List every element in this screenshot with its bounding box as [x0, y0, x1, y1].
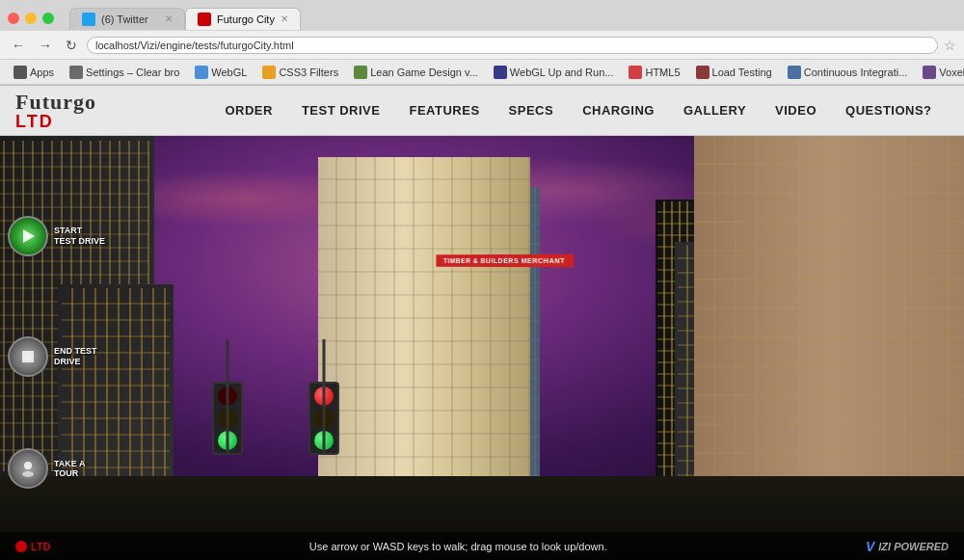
tab-futurgo-title: Futurgo City — [217, 13, 275, 25]
webgl-icon — [195, 66, 208, 79]
svg-point-3 — [22, 471, 34, 477]
bookmark-apps-label: Apps — [30, 67, 54, 78]
forward-button[interactable]: → — [35, 36, 56, 55]
building-sign: TIMBER & BUILDERS MERCHANT — [436, 254, 573, 267]
bookmark-webgl[interactable]: WebGL — [189, 65, 253, 80]
title-bar: (6) Twitter ✕ Futurgo City ✕ — [0, 0, 964, 31]
red-dot-icon — [15, 541, 27, 552]
end-label: END TEST DRIVE — [54, 346, 106, 367]
nav-gallery[interactable]: GALLERY — [670, 97, 760, 123]
traffic-pole-2 — [323, 339, 326, 455]
window-controls — [8, 13, 54, 24]
tab-futurgo[interactable]: Futurgo City ✕ — [185, 8, 301, 30]
bookmark-lean-label: Lean Game Design v... — [370, 67, 478, 78]
tour-icon — [8, 448, 48, 489]
webglup-icon — [494, 66, 507, 79]
end-test-drive-button[interactable]: END TEST DRIVE — [8, 336, 106, 377]
html5-icon — [629, 66, 642, 79]
svg-rect-1 — [22, 351, 34, 362]
back-button[interactable]: ← — [8, 36, 29, 55]
site-header: Futurgo LTD ORDER TEST DRIVE FEATURES SP… — [0, 86, 964, 136]
bookmark-html5[interactable]: HTML5 — [623, 65, 685, 80]
bookmark-settings[interactable]: Settings – Clear bro — [64, 65, 185, 80]
website-content: Futurgo LTD ORDER TEST DRIVE FEATURES SP… — [0, 86, 964, 560]
twitter-favicon — [82, 13, 95, 26]
nav-questions[interactable]: QUESTIONS? — [832, 97, 946, 123]
tab-twitter-close[interactable]: ✕ — [165, 13, 173, 24]
address-input[interactable] — [87, 37, 938, 54]
start-icon — [8, 216, 48, 256]
nav-specs[interactable]: SPECS — [495, 97, 568, 123]
browser-chrome: (6) Twitter ✕ Futurgo City ✕ ← → ↻ ☆ App… — [0, 0, 964, 86]
bookmark-webglup-label: WebGL Up and Run... — [510, 67, 614, 78]
bookmark-voxel-label: Voxel Rendering — [939, 67, 964, 78]
svg-marker-0 — [23, 229, 35, 243]
traffic-pole-1 — [227, 339, 229, 455]
bookmark-html5-label: HTML5 — [645, 67, 680, 78]
3d-scene[interactable]: TIMBER & BUILDERS MERCHANT — [0, 136, 964, 560]
bottom-left-logo: LTD — [15, 541, 51, 552]
nav-charging[interactable]: CHARGING — [569, 97, 668, 123]
bookmarks-bar: Apps Settings – Clear bro WebGL CSS3 Fil… — [0, 60, 964, 85]
bookmark-webgl-label: WebGL — [211, 67, 247, 78]
tab-futurgo-close[interactable]: ✕ — [281, 13, 288, 24]
continuous-icon — [788, 66, 801, 79]
bottom-hint-text: Use arrow or WASD keys to walk; drag mou… — [51, 541, 866, 552]
minimize-button[interactable] — [25, 13, 37, 24]
bookmark-lean[interactable]: Lean Game Design v... — [348, 65, 484, 80]
start-test-drive-button[interactable]: START TEST DRIVE — [8, 216, 106, 256]
settings-icon — [69, 66, 83, 79]
bookmark-css3[interactable]: CSS3 Filters — [256, 65, 344, 80]
end-icon — [8, 336, 48, 377]
lean-icon — [354, 66, 367, 79]
maximize-button[interactable] — [42, 13, 54, 24]
vizi-v-letter: V — [866, 539, 874, 554]
site-nav: ORDER TEST DRIVE FEATURES SPECS CHARGING… — [193, 97, 964, 123]
bookmark-continuous-label: Continuous Integrati... — [804, 67, 908, 78]
futurgo-favicon — [198, 13, 211, 26]
left-panel: START TEST DRIVE END TEST DRIVE TAKE — [0, 186, 106, 560]
load-icon — [696, 66, 710, 79]
traffic-light-1 — [212, 382, 243, 455]
bookmark-load[interactable]: Load Testing — [690, 65, 778, 80]
close-button[interactable] — [8, 13, 19, 24]
logo-ltd-text: LTD — [15, 113, 177, 130]
css3-icon — [262, 66, 276, 79]
bookmark-voxel[interactable]: Voxel Rendering — [917, 65, 964, 80]
bookmark-continuous[interactable]: Continuous Integrati... — [782, 65, 914, 80]
tour-label: TAKE A TOUR — [54, 459, 106, 480]
svg-point-2 — [24, 462, 32, 469]
address-bar-row: ← → ↻ ☆ — [0, 31, 964, 60]
bottom-bar: LTD Use arrow or WASD keys to walk; drag… — [0, 532, 964, 560]
start-label: START TEST DRIVE — [54, 226, 106, 247]
logo-futurgo-text: Futurgo — [15, 92, 177, 113]
nav-video[interactable]: VIDEO — [762, 97, 830, 123]
bottom-ltd-label: LTD — [31, 541, 51, 552]
refresh-button[interactable]: ↻ — [62, 36, 81, 55]
traffic-light-2 — [308, 382, 339, 455]
vizi-powered-text: IZI POWERED — [878, 541, 949, 552]
bookmark-css3-label: CSS3 Filters — [279, 67, 338, 78]
vizi-powered-badge: V IZI POWERED — [866, 539, 949, 554]
voxel-icon — [923, 66, 936, 79]
bookmark-load-label: Load Testing — [712, 67, 772, 78]
nav-features[interactable]: FEATURES — [395, 97, 493, 123]
bookmark-webglup[interactable]: WebGL Up and Run... — [488, 65, 620, 80]
bookmark-apps[interactable]: Apps — [8, 65, 60, 80]
nav-order[interactable]: ORDER — [211, 97, 285, 123]
nav-test-drive[interactable]: TEST DRIVE — [288, 97, 394, 123]
take-a-tour-button[interactable]: TAKE A TOUR — [8, 448, 106, 489]
tab-twitter[interactable]: (6) Twitter ✕ — [69, 8, 185, 30]
tab-twitter-title: (6) Twitter — [101, 13, 159, 25]
bookmark-star-button[interactable]: ☆ — [944, 38, 956, 53]
bookmark-settings-label: Settings – Clear bro — [86, 67, 179, 78]
apps-icon — [13, 66, 27, 79]
logo-area: Futurgo LTD — [0, 92, 193, 130]
tabs-row: (6) Twitter ✕ Futurgo City ✕ — [69, 8, 301, 30]
